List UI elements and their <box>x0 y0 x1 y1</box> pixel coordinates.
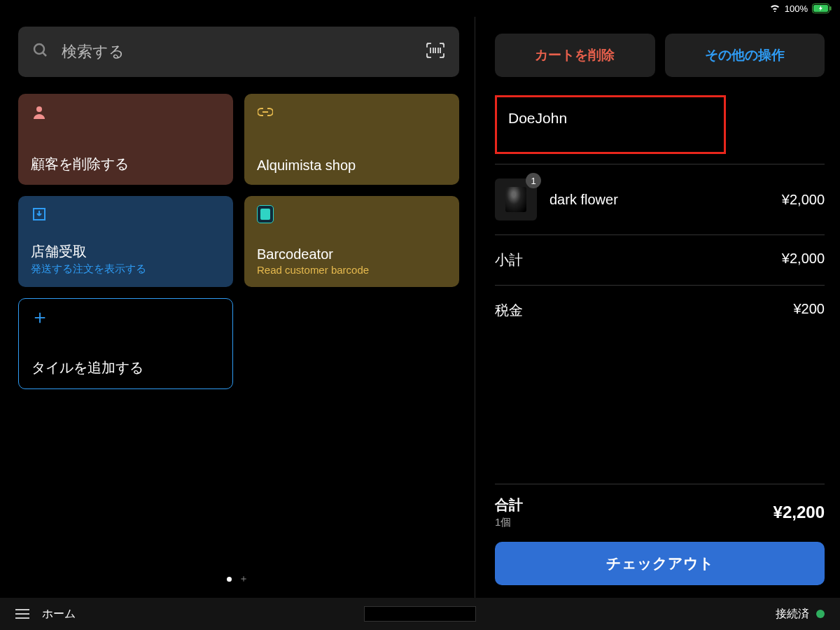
tax-value: ¥200 <box>794 301 825 320</box>
barcode-scan-icon[interactable] <box>426 42 445 62</box>
tile-title: 店舗受取 <box>31 242 220 261</box>
tile-title: 顧客を削除する <box>31 155 220 174</box>
svg-line-4 <box>43 52 46 56</box>
pager-add-icon[interactable]: ＋ <box>239 573 248 585</box>
battery-percent: 100% <box>785 4 808 14</box>
pager-dot-active[interactable] <box>227 577 232 582</box>
delete-cart-button[interactable]: カートを削除 <box>495 34 655 77</box>
subtotal-label: 小計 <box>495 251 523 270</box>
left-pane: 顧客を削除する Alquimista shop 店舗受取 発送する注文を表示する <box>0 17 475 598</box>
checkout-area: 合計 1個 ¥2,200 チェックアウト <box>495 484 825 598</box>
tax-label: 税金 <box>495 301 523 320</box>
tax-row: 税金 ¥200 <box>495 285 825 335</box>
total-amount: ¥2,200 <box>774 503 825 522</box>
pager: ＋ <box>0 573 475 585</box>
bottom-search-slim[interactable] <box>364 606 476 622</box>
tile-remove-customer[interactable]: 顧客を削除する <box>18 94 233 185</box>
cart-summary: 小計 ¥2,000 税金 ¥200 <box>495 234 825 335</box>
customer-box[interactable]: DoeJohn <box>495 95 726 154</box>
total-label: 合計 <box>495 496 523 514</box>
customer-name: DoeJohn <box>508 110 713 127</box>
tile-barcodeator[interactable]: Barcodeator Read customer barcode <box>244 196 459 287</box>
checkout-button[interactable]: チェックアウト <box>495 542 825 585</box>
status-bar: 100% <box>0 0 840 17</box>
item-price: ¥2,000 <box>782 192 825 208</box>
tile-add[interactable]: ＋ タイルを追加する <box>18 298 233 389</box>
tile-pickup[interactable]: 店舗受取 発送する注文を表示する <box>18 196 233 287</box>
total-row: 合計 1個 ¥2,200 <box>495 484 825 542</box>
app-icon <box>257 206 274 223</box>
tile-title: Alquimista shop <box>257 158 447 174</box>
person-icon <box>31 104 48 120</box>
tile-subtitle: 発送する注文を表示する <box>31 262 220 276</box>
cart-item[interactable]: 1 dark flower ¥2,000 <box>495 164 825 234</box>
link-icon <box>257 104 274 120</box>
home-label[interactable]: ホーム <box>42 607 76 622</box>
svg-point-3 <box>34 44 44 54</box>
svg-point-10 <box>36 106 42 112</box>
connection-label: 接続済 <box>776 607 809 622</box>
item-thumbnail: 1 <box>495 178 537 220</box>
tile-subtitle: Read customer barcode <box>257 264 447 276</box>
subtotal-row: 小計 ¥2,000 <box>495 235 825 285</box>
subtotal-value: ¥2,000 <box>782 251 825 270</box>
cart-items: 1 dark flower ¥2,000 <box>495 164 825 234</box>
status-dot-icon <box>816 610 825 618</box>
more-actions-button[interactable]: その他の操作 <box>665 34 825 77</box>
total-count: 1個 <box>495 516 523 529</box>
tile-title: Barcodeator <box>257 246 447 262</box>
tile-alquimista[interactable]: Alquimista shop <box>244 94 459 185</box>
right-pane: カートを削除 その他の操作 DoeJohn 1 dark flower ¥2,0… <box>475 17 840 598</box>
tile-title: タイルを追加する <box>31 358 220 377</box>
item-name: dark flower <box>550 192 769 208</box>
cart-actions: カートを削除 その他の操作 <box>495 34 825 77</box>
menu-icon[interactable] <box>15 609 29 619</box>
search-input[interactable] <box>62 43 413 61</box>
wifi-icon <box>769 4 780 14</box>
search-bar[interactable] <box>18 27 459 77</box>
bottom-bar: ホーム 接続済 <box>0 598 840 630</box>
plus-icon: ＋ <box>31 309 48 326</box>
connection-status[interactable]: 接続済 <box>776 607 825 622</box>
qty-badge: 1 <box>526 173 541 188</box>
search-icon <box>32 42 49 62</box>
battery-icon <box>812 4 832 13</box>
tiles-grid: 顧客を削除する Alquimista shop 店舗受取 発送する注文を表示する <box>18 94 459 389</box>
svg-rect-2 <box>830 6 832 10</box>
download-box-icon <box>31 206 48 223</box>
